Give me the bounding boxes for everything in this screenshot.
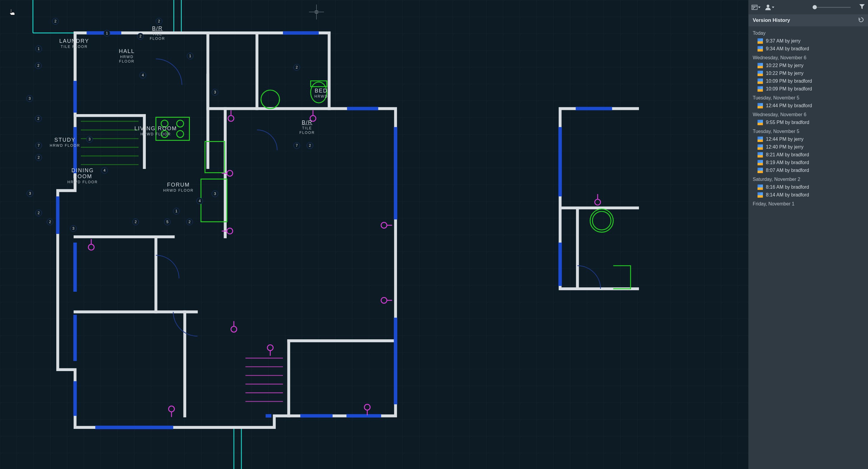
calendar-icon <box>751 4 757 10</box>
version-label: 10:22 PM by jerry <box>766 71 803 76</box>
svg-point-63 <box>381 222 387 228</box>
version-row[interactable]: 10:09 PM by bradford <box>748 77 868 85</box>
drawing-canvas[interactable]: LAUNDRYTILE FLOORB/RTILEFLOORHALLHRWDFLO… <box>0 0 748 469</box>
svg-rect-89 <box>753 8 754 9</box>
version-row[interactable]: 9:34 AM by bradford <box>748 45 868 53</box>
svg-point-40 <box>161 131 168 137</box>
version-label: 8:14 AM by bradford <box>766 192 809 198</box>
version-label: 9:37 AM by jerry <box>766 38 801 44</box>
user-dropdown[interactable] <box>765 4 774 10</box>
version-row[interactable]: 12:44 PM by jerry <box>748 135 868 143</box>
history-group-date: Tuesday, November 5 <box>748 93 868 102</box>
history-group-date: Tuesday, November 5 <box>748 126 868 135</box>
refresh-icon <box>859 17 864 23</box>
version-row[interactable]: 12:40 PM by jerry <box>748 143 868 151</box>
svg-point-77 <box>595 199 600 205</box>
version-row[interactable]: 10:22 PM by jerry <box>748 69 868 77</box>
version-icon <box>757 63 763 68</box>
version-icon <box>757 79 763 84</box>
history-list[interactable]: Today9:37 AM by jerry9:34 AM by bradford… <box>748 26 868 469</box>
svg-point-90 <box>767 5 770 7</box>
svg-point-73 <box>364 404 370 410</box>
version-icon <box>757 46 763 52</box>
svg-point-61 <box>227 228 232 234</box>
version-icon <box>757 152 763 158</box>
svg-point-69 <box>88 244 94 250</box>
version-label: 8:19 AM by bradford <box>766 160 809 165</box>
svg-rect-37 <box>156 117 189 140</box>
svg-point-67 <box>268 345 273 350</box>
svg-point-39 <box>177 120 184 127</box>
svg-point-57 <box>310 116 316 121</box>
svg-point-55 <box>228 116 234 121</box>
version-row[interactable]: 9:37 AM by jerry <box>748 37 868 45</box>
version-icon <box>757 71 763 76</box>
user-icon <box>765 4 771 10</box>
version-row[interactable]: 8:14 AM by bradford <box>748 191 868 199</box>
svg-point-59 <box>227 170 232 176</box>
app-root: LAUNDRYTILE FLOORB/RTILEFLOORHALLHRWDFLO… <box>0 0 868 469</box>
version-label: 8:16 AM by bradford <box>766 185 809 190</box>
chevron-down-icon <box>772 7 774 8</box>
history-group-date: Wednesday, November 6 <box>748 110 868 119</box>
version-label: 12:44 PM by jerry <box>766 136 803 142</box>
version-icon <box>757 192 763 198</box>
version-icon <box>757 136 763 142</box>
version-row[interactable]: 9:55 PM by bradford <box>748 119 868 126</box>
version-icon <box>757 120 763 125</box>
version-icon <box>757 185 763 190</box>
history-group-date: Friday, November 1 <box>748 199 868 208</box>
version-label: 12:44 PM by bradford <box>766 103 812 108</box>
version-label: 9:34 AM by bradford <box>766 46 809 52</box>
version-label: 8:21 AM by bradford <box>766 152 809 158</box>
svg-point-71 <box>231 326 237 332</box>
svg-point-41 <box>177 131 184 137</box>
calendar-dropdown[interactable] <box>751 4 761 10</box>
version-row[interactable]: 8:07 AM by bradford <box>748 166 868 174</box>
history-group-date: Wednesday, November 6 <box>748 53 868 62</box>
version-label: 8:07 AM by bradford <box>766 168 809 173</box>
version-row[interactable]: 8:21 AM by bradford <box>748 151 868 159</box>
svg-rect-87 <box>753 7 754 8</box>
zoom-slider[interactable] <box>815 7 850 8</box>
version-row[interactable]: 10:22 PM by jerry <box>748 62 868 69</box>
version-icon <box>757 144 763 150</box>
svg-rect-43 <box>201 179 227 222</box>
filter-button[interactable] <box>859 4 865 10</box>
svg-point-47 <box>593 212 611 230</box>
floorplan-svg <box>0 0 748 469</box>
version-row[interactable]: 8:16 AM by bradford <box>748 183 868 191</box>
chevron-down-icon <box>758 7 761 8</box>
version-label: 9:55 PM by bradford <box>766 120 809 125</box>
version-icon <box>757 160 763 165</box>
svg-rect-88 <box>754 7 755 8</box>
refresh-button[interactable] <box>859 17 864 24</box>
svg-point-65 <box>381 298 387 303</box>
history-group-date: Saturday, November 2 <box>748 174 868 183</box>
version-history-panel: Version History Today9:37 AM by jerry9:3… <box>748 0 868 469</box>
panel-toolbar <box>748 0 868 14</box>
panel-title: Version History <box>753 18 790 23</box>
version-icon <box>757 103 763 108</box>
svg-point-45 <box>311 82 327 103</box>
panel-header: Version History <box>748 14 868 26</box>
version-label: 10:09 PM by bradford <box>766 79 812 84</box>
version-icon <box>757 38 763 44</box>
version-row[interactable]: 8:19 AM by bradford <box>748 159 868 166</box>
history-group-date: Today <box>748 28 868 37</box>
svg-point-75 <box>168 406 174 412</box>
svg-point-48 <box>590 209 613 232</box>
version-row[interactable]: 10:09 PM by bradford <box>748 85 868 93</box>
filter-icon <box>859 4 865 9</box>
version-label: 10:09 PM by bradford <box>766 86 812 92</box>
version-icon <box>757 168 763 173</box>
version-row[interactable]: 12:44 PM by bradford <box>748 102 868 110</box>
version-label: 12:40 PM by jerry <box>766 144 803 150</box>
version-icon <box>757 86 763 92</box>
svg-point-38 <box>161 120 168 127</box>
version-label: 10:22 PM by jerry <box>766 63 803 68</box>
